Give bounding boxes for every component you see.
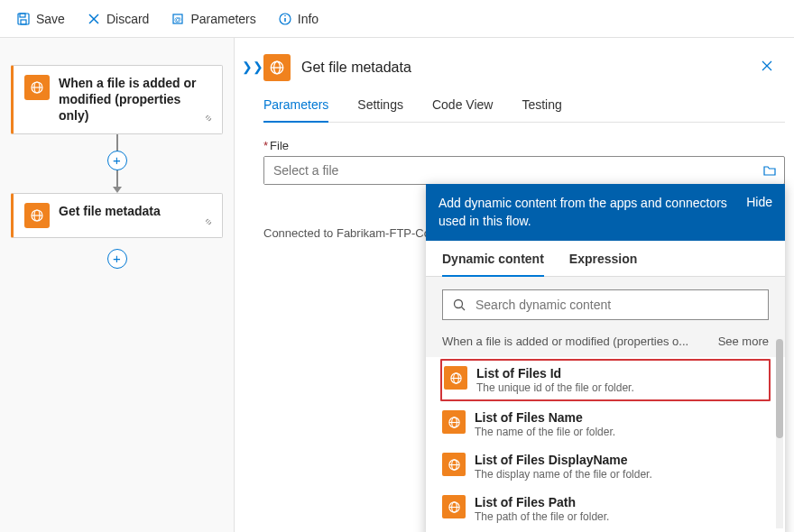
toolbar: Save Discard @ Parameters Info bbox=[0, 0, 794, 38]
search-input[interactable] bbox=[475, 298, 759, 312]
item-title: List of Files DisplayName bbox=[475, 453, 769, 467]
collapse-panel-button[interactable]: ❯❯ bbox=[242, 60, 263, 74]
trigger-card[interactable]: When a file is added or modified (proper… bbox=[11, 65, 223, 134]
dynamic-content-item[interactable]: List of Files Id The unique id of the fi… bbox=[440, 359, 771, 401]
scrollbar-thumb[interactable] bbox=[776, 339, 783, 438]
svg-point-21 bbox=[455, 300, 463, 308]
svg-text:@: @ bbox=[174, 15, 181, 23]
ftp-icon bbox=[24, 75, 50, 100]
panel-tabs: Parameters Settings Code View Testing bbox=[263, 97, 785, 123]
browse-folder-button[interactable] bbox=[755, 157, 784, 184]
save-icon bbox=[16, 12, 31, 26]
svg-rect-1 bbox=[20, 14, 25, 17]
close-panel-button[interactable] bbox=[756, 55, 778, 80]
parameters-icon: @ bbox=[171, 12, 185, 26]
tab-parameters[interactable]: Parameters bbox=[263, 97, 328, 123]
scrollbar[interactable] bbox=[776, 339, 783, 528]
banner-text: Add dynamic content from the apps and co… bbox=[439, 195, 737, 230]
tab-testing[interactable]: Testing bbox=[522, 97, 561, 122]
search-icon bbox=[452, 298, 466, 312]
tab-expression[interactable]: Expression bbox=[569, 252, 637, 276]
info-button[interactable]: Info bbox=[271, 8, 326, 30]
action-card[interactable]: Get file metadata bbox=[11, 193, 223, 238]
ftp-icon bbox=[442, 453, 466, 476]
item-desc: The unique id of the file or folder. bbox=[476, 381, 767, 394]
tab-code-view[interactable]: Code View bbox=[432, 97, 493, 122]
link-icon bbox=[202, 112, 215, 128]
dynamic-content-item[interactable]: List of Files Path The path of the file … bbox=[426, 488, 785, 530]
hide-popover-button[interactable]: Hide bbox=[746, 195, 772, 209]
folder-icon bbox=[762, 163, 777, 178]
ftp-icon bbox=[442, 410, 466, 434]
ftp-icon bbox=[444, 366, 467, 390]
item-title: List of Files Id bbox=[476, 366, 767, 381]
discard-label: Discard bbox=[106, 12, 149, 26]
discard-icon bbox=[87, 12, 101, 26]
parameters-label: Parameters bbox=[190, 12, 255, 26]
svg-rect-2 bbox=[21, 20, 26, 24]
info-label: Info bbox=[298, 12, 319, 26]
tab-dynamic-content[interactable]: Dynamic content bbox=[442, 252, 544, 277]
item-desc: The path of the file or folder. bbox=[475, 510, 769, 523]
save-label: Save bbox=[36, 12, 65, 26]
dynamic-content-item[interactable]: List of Files Name The name of the file … bbox=[426, 403, 785, 445]
file-field bbox=[263, 156, 785, 185]
item-desc: The display name of the file or folder. bbox=[475, 468, 769, 481]
item-title: List of Files Name bbox=[475, 410, 769, 425]
flow-canvas: When a file is added or modified (proper… bbox=[0, 38, 235, 532]
discard-button[interactable]: Discard bbox=[79, 8, 156, 30]
file-field-label: *File bbox=[263, 139, 785, 152]
popover-results: When a file is added or modified (proper… bbox=[426, 329, 785, 532]
trigger-title: When a file is added or modified (proper… bbox=[59, 75, 211, 124]
file-input[interactable] bbox=[264, 157, 755, 184]
add-step-button-2[interactable]: + bbox=[107, 249, 127, 269]
item-desc: The name of the file or folder. bbox=[475, 426, 769, 438]
popover-banner: Add dynamic content from the apps and co… bbox=[426, 184, 785, 241]
dynamic-content-item[interactable]: List of Files DisplayName The display na… bbox=[426, 445, 785, 488]
see-more-button[interactable]: See more bbox=[718, 335, 769, 348]
add-step-button[interactable]: + bbox=[107, 151, 127, 170]
panel-title: Get file metadata bbox=[301, 60, 745, 76]
save-button[interactable]: Save bbox=[9, 8, 72, 30]
svg-point-9 bbox=[284, 14, 286, 16]
parameters-button[interactable]: @ Parameters bbox=[163, 8, 263, 30]
group-header: When a file is added or modified (proper… bbox=[426, 329, 785, 357]
dynamic-content-popover: Add dynamic content from the apps and co… bbox=[426, 184, 785, 532]
tab-settings[interactable]: Settings bbox=[357, 97, 403, 122]
ftp-icon bbox=[24, 203, 50, 228]
svg-line-22 bbox=[462, 307, 466, 311]
ftp-icon bbox=[263, 54, 291, 81]
link-icon bbox=[202, 216, 215, 232]
search-box bbox=[442, 289, 769, 320]
popover-tabs: Dynamic content Expression bbox=[426, 241, 785, 277]
item-title: List of Files Path bbox=[475, 495, 769, 509]
ftp-icon bbox=[442, 495, 466, 518]
info-icon bbox=[278, 12, 292, 26]
group-title: When a file is added or modified (proper… bbox=[442, 335, 718, 348]
action-title: Get file metadata bbox=[59, 203, 161, 219]
